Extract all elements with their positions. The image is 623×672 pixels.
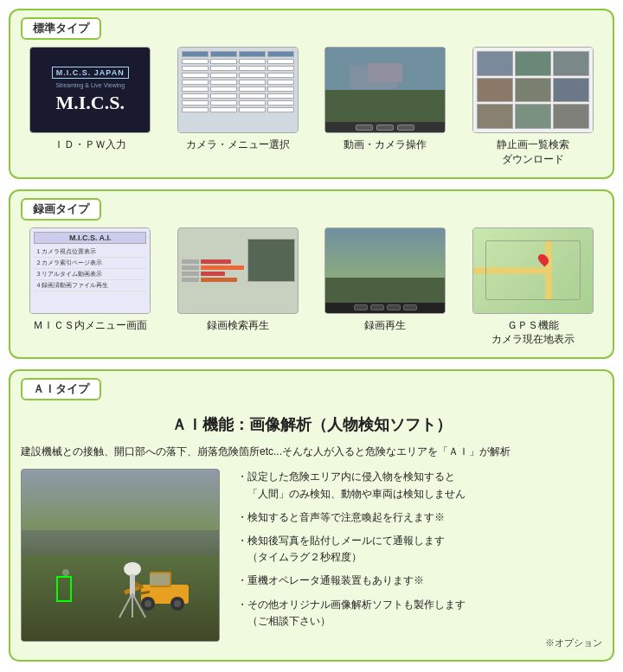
screen-thumb-gps — [472, 227, 594, 314]
section-recording-label: 録画タイプ — [21, 198, 101, 221]
section-standard: 標準タイプ M.I.C.S. JAPAN Streaming & Live Vi… — [9, 9, 614, 179]
section-recording: 録画タイプ M.I.C.S. A.I. １カメラ視点位置表示 ２カメラ索引ページ… — [9, 189, 614, 360]
screen-label-gps: ＧＰＳ機能カメラ現在地表示 — [491, 318, 575, 348]
ai-photo — [21, 469, 220, 642]
screen-thumb-static — [472, 47, 594, 133]
ai-menu-mock: M.I.C.S. A.I. １カメラ視点位置表示 ２カメラ索引ページ表示 ３リア… — [30, 228, 150, 313]
ai-bullet-0: ・設定した危険エリア内に侵入物を検知すると 「人間」のみ検知、動物や車両は検知し… — [234, 469, 602, 502]
mics-login-mock: M.I.C.S. JAPAN Streaming & Live Viewing … — [30, 48, 150, 132]
screen-item-road-cam: 録画再生 — [316, 227, 455, 333]
mics-logo-main: M.I.C.S. — [56, 92, 125, 114]
section-ai: ＡＩタイプ ＡＩ機能：画像解析（人物検知ソフト） 建設機械との接触、開口部への落… — [9, 369, 614, 662]
screens-row-standard: M.I.C.S. JAPAN Streaming & Live Viewing … — [21, 47, 602, 167]
road-cam-mock — [325, 228, 445, 313]
ai-option-note: ※オプション — [234, 637, 602, 650]
section-ai-label: ＡＩタイプ — [21, 378, 101, 400]
ai-menu-item-4: ４録画済動画ファイル再生 — [34, 280, 146, 291]
recorder-preview — [247, 239, 295, 282]
svg-point-6 — [174, 600, 181, 607]
tripod-icon — [115, 559, 150, 619]
ai-menu-item-3: ３リアルタイム動画表示 — [34, 269, 146, 280]
section-standard-label: 標準タイプ — [21, 17, 101, 40]
screen-thumb-recorder — [177, 227, 299, 314]
ai-content-row: ・設定した危険エリア内に侵入物を検知すると 「人間」のみ検知、動物や車両は検知し… — [21, 469, 602, 650]
recorder-mock — [178, 228, 298, 313]
recorder-bars — [182, 232, 244, 310]
screen-thumb-login: M.I.C.S. JAPAN Streaming & Live Viewing … — [29, 47, 151, 133]
screen-item-gps: ＧＰＳ機能カメラ現在地表示 — [464, 227, 603, 348]
ai-bullet-2: ・検知後写真を貼付しメールにて通報します （タイムラグ２秒程度） — [234, 533, 602, 566]
ai-menu-item-2: ２カメラ索引ページ表示 — [34, 258, 146, 269]
table-mock — [178, 48, 298, 132]
screen-item-recorder: 録画検索再生 — [169, 227, 308, 333]
ai-section-title: ＡＩ機能：画像解析（人物検知ソフト） — [21, 414, 602, 435]
svg-rect-2 — [150, 573, 170, 586]
svg-point-15 — [62, 569, 69, 576]
svg-point-10 — [124, 562, 141, 576]
mics-brand: M.I.C.S. JAPAN — [52, 67, 129, 79]
screen-label-login: ＩＤ・ＰＷ入力 — [54, 138, 126, 152]
static-mock — [473, 48, 593, 132]
screen-item-camera: 動画・カメラ操作 — [316, 47, 455, 152]
ai-bullet-list: ・設定した危険エリア内に侵入物を検知すると 「人間」のみ検知、動物や車両は検知し… — [234, 469, 602, 650]
mics-tagline: Streaming & Live Viewing — [55, 82, 125, 88]
screen-item-login: M.I.C.S. JAPAN Streaming & Live Viewing … — [21, 47, 160, 152]
ai-description: 建設機械との接触、開口部への落下、崩落危険箇所etc...そんな人が入ると危険な… — [21, 444, 602, 460]
svg-line-14 — [132, 593, 145, 618]
ai-menu-title: M.I.C.S. A.I. — [34, 232, 146, 244]
ai-menu-item-1: １カメラ視点位置表示 — [34, 246, 146, 258]
screen-label-camera: 動画・カメラ操作 — [344, 138, 427, 152]
screen-thumb-road-cam — [324, 227, 446, 314]
screen-item-menu: カメラ・メニュー選択 — [169, 47, 308, 152]
ai-bullet-4: ・その他オリジナル画像解析ソフトも製作します （ご相談下さい） — [234, 597, 602, 630]
person-detection-box — [56, 576, 72, 602]
ai-bullet-1: ・検知すると音声等で注意喚起を行えます※ — [234, 509, 602, 526]
svg-line-12 — [119, 593, 132, 618]
screen-item-ai-menu: M.I.C.S. A.I. １カメラ視点位置表示 ２カメラ索引ページ表示 ３リア… — [21, 227, 160, 333]
screen-label-road-cam: 録画再生 — [364, 318, 406, 333]
svg-rect-11 — [130, 574, 135, 596]
screen-label-recorder: 録画検索再生 — [207, 318, 269, 333]
screen-thumb-camera — [324, 47, 446, 133]
screen-thumb-menu — [177, 47, 299, 133]
gps-mock — [473, 228, 593, 313]
screens-row-recording: M.I.C.S. A.I. １カメラ視点位置表示 ２カメラ索引ページ表示 ３リア… — [21, 227, 602, 348]
screen-label-static: 静止画一覧検索ダウンロード — [497, 138, 569, 167]
screen-item-static: 静止画一覧検索ダウンロード — [464, 47, 603, 167]
camera-mock — [325, 48, 445, 132]
screen-thumb-ai-menu: M.I.C.S. A.I. １カメラ視点位置表示 ２カメラ索引ページ表示 ３リア… — [29, 227, 151, 314]
screen-label-menu: カメラ・メニュー選択 — [186, 138, 290, 152]
ai-bullet-3: ・重機オペレータ通報装置もあります※ — [234, 573, 602, 589]
screen-label-ai-menu: ＭＩＣＳ内メニュー画面 — [33, 318, 147, 333]
